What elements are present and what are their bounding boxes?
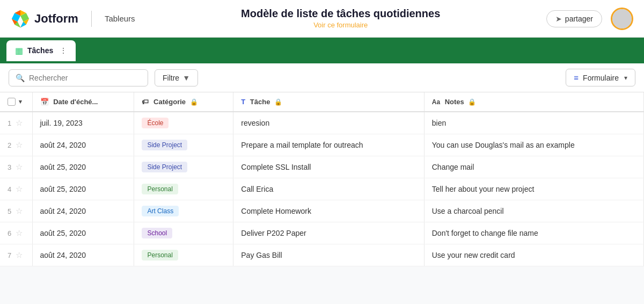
col-category-label: Catégorie	[153, 98, 186, 106]
share-label: partager	[565, 15, 593, 23]
filter-label: Filtre	[163, 74, 179, 82]
jotform-logo-icon	[11, 9, 30, 28]
col-date: 📅 Date d'éché...	[32, 92, 134, 112]
row-number: 6	[8, 229, 11, 237]
avatar	[611, 8, 633, 30]
row-notes: Use your new credit card	[424, 244, 643, 266]
form-label: Formulaire	[583, 74, 619, 82]
tag-icon: 🏷	[142, 98, 149, 106]
tasks-table: ▾ 📅 Date d'éché... 🏷 Catégorie 🔒 T Tâche…	[0, 92, 644, 266]
category-badge: Art Class	[142, 206, 179, 216]
table-row: 3 ☆ août 25, 2020 Side Project Complete …	[0, 156, 644, 178]
task-lock-icon: 🔒	[274, 98, 282, 106]
table-container: ▾ 📅 Date d'éché... 🏷 Catégorie 🔒 T Tâche…	[0, 92, 644, 266]
category-badge: Side Project	[142, 162, 187, 172]
share-button[interactable]: ➤ partager	[546, 10, 602, 27]
row-notes: Change mail	[424, 156, 643, 178]
category-badge: School	[142, 228, 172, 238]
nav-label: Tableurs	[105, 14, 135, 23]
header-divider	[91, 11, 92, 27]
row-category: Art Class	[134, 200, 233, 222]
star-icon[interactable]: ☆	[16, 184, 23, 194]
row-chevron-icon[interactable]: ▾	[19, 98, 22, 105]
row-notes: Use a charcoal pencil	[424, 200, 643, 222]
table-row: 4 ☆ août 25, 2020 Personal Call Erica Te…	[0, 178, 644, 200]
table-row: 1 ☆ juil. 19, 2023 École revesion bien	[0, 112, 644, 134]
row-number: 2	[8, 141, 11, 149]
row-task: Pay Gas Bill	[233, 244, 424, 266]
row-task: revesion	[233, 112, 424, 134]
col-date-label: Date d'éché...	[53, 98, 98, 106]
row-index-cell: 1 ☆	[0, 112, 32, 134]
row-date: août 24, 2020	[32, 200, 134, 222]
star-icon[interactable]: ☆	[16, 118, 23, 128]
formulaire-button[interactable]: ≡ Formulaire ▾	[566, 69, 635, 86]
row-index-cell: 5 ☆	[0, 200, 32, 222]
row-date: juil. 19, 2023	[32, 112, 134, 134]
logo-area: Jotform Tableurs	[11, 9, 135, 28]
col-notes-label: Notes	[445, 98, 464, 106]
star-icon[interactable]: ☆	[16, 250, 23, 260]
row-category: Side Project	[134, 134, 233, 156]
table-row: 2 ☆ août 24, 2020 Side Project Prepare a…	[0, 134, 644, 156]
filter-icon: ▼	[182, 74, 190, 82]
row-date: août 24, 2020	[32, 244, 134, 266]
filter-button[interactable]: Filtre ▼	[155, 69, 198, 86]
notes-lock-icon: 🔒	[468, 98, 476, 106]
search-input[interactable]	[29, 74, 141, 82]
form-icon: ≡	[574, 73, 579, 82]
col-task-label: Tâche	[250, 98, 270, 106]
toolbar: 🔍 Filtre ▼ ≡ Formulaire ▾	[0, 63, 644, 92]
row-index-cell: 3 ☆	[0, 156, 32, 178]
table-row: 5 ☆ août 24, 2020 Art Class Complete Hom…	[0, 200, 644, 222]
row-number: 4	[8, 185, 11, 193]
row-index-cell: 7 ☆	[0, 244, 32, 266]
star-icon[interactable]: ☆	[16, 206, 23, 216]
notes-icon: Aa	[432, 98, 440, 106]
row-task: Deliver P202 Paper	[233, 222, 424, 244]
row-task: Complete SSL Install	[233, 156, 424, 178]
category-badge: Personal	[142, 184, 178, 194]
row-category: École	[134, 112, 233, 134]
row-index-cell: 4 ☆	[0, 178, 32, 200]
subtitle-link[interactable]: Voir ce formulaire	[313, 21, 368, 29]
col-notes: Aa Notes 🔒	[424, 92, 643, 112]
star-icon[interactable]: ☆	[16, 140, 23, 150]
row-notes: Tell her about your new project	[424, 178, 643, 200]
row-task: Prepare a mail template for outreach	[233, 134, 424, 156]
share-arrow-icon: ➤	[555, 15, 562, 23]
table-body: 1 ☆ juil. 19, 2023 École revesion bien 2…	[0, 112, 644, 266]
category-badge: Personal	[142, 250, 178, 260]
table-header-row: ▾ 📅 Date d'éché... 🏷 Catégorie 🔒 T Tâche…	[0, 92, 644, 112]
row-number: 1	[8, 119, 11, 127]
row-category: Side Project	[134, 156, 233, 178]
logo-text: Jotform	[34, 12, 78, 26]
tab-menu-icon[interactable]: ⋮	[60, 46, 67, 55]
header-actions: ➤ partager	[546, 8, 633, 30]
category-badge: École	[142, 118, 169, 128]
row-date: août 25, 2020	[32, 178, 134, 200]
row-task: Call Erica	[233, 178, 424, 200]
row-notes: You can use Douglas's mail as an example	[424, 134, 643, 156]
tab-bar: ▦ Tâches ⋮	[0, 38, 644, 63]
search-icon: 🔍	[16, 74, 25, 82]
row-notes: Don't forget to change file name	[424, 222, 643, 244]
chevron-down-icon: ▾	[624, 74, 627, 82]
row-index-cell: 2 ☆	[0, 134, 32, 156]
tab-taches[interactable]: ▦ Tâches ⋮	[6, 40, 76, 61]
select-all-checkbox[interactable]	[8, 98, 16, 106]
star-icon[interactable]: ☆	[16, 228, 23, 238]
row-notes: bien	[424, 112, 643, 134]
search-box: 🔍	[9, 69, 148, 86]
row-date: août 24, 2020	[32, 134, 134, 156]
row-date: août 25, 2020	[32, 222, 134, 244]
col-task: T Tâche 🔒	[233, 92, 424, 112]
tab-label: Tâches	[27, 46, 53, 55]
table-row: 7 ☆ août 24, 2020 Personal Pay Gas Bill …	[0, 244, 644, 266]
col-check: ▾	[0, 92, 32, 112]
row-category: Personal	[134, 178, 233, 200]
page-title: Modèle de liste de tâches quotidiennes	[135, 8, 546, 20]
star-icon[interactable]: ☆	[16, 162, 23, 172]
row-index-cell: 6 ☆	[0, 222, 32, 244]
category-lock-icon: 🔒	[190, 98, 198, 106]
